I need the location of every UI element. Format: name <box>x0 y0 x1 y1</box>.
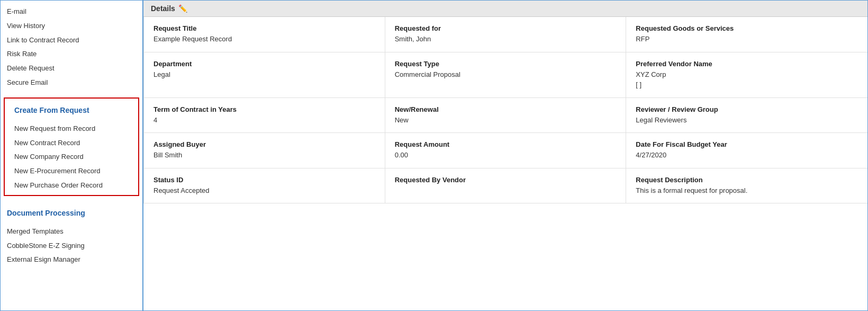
edit-icon[interactable]: ✏️ <box>178 4 187 13</box>
value-request-amount: 0.00 <box>395 150 617 161</box>
detail-cell-requested-by-vendor: Requested By Vendor <box>385 168 627 204</box>
value-department: Legal <box>153 69 375 80</box>
label-contract-term: Term of Contract in Years <box>153 105 375 113</box>
sidebar-item-new-eprocurement-record[interactable]: New E-Procurement Record <box>8 164 135 179</box>
label-requested-for: Requested for <box>395 24 617 32</box>
detail-cell-request-title: Request Title Example Request Record <box>144 17 385 52</box>
detail-cell-request-description: Request Description This is a formal req… <box>626 168 867 204</box>
document-processing-group: Document Processing Merged Templates Cob… <box>1 203 142 267</box>
value-status-id: Request Accepted <box>153 185 375 196</box>
value-goods-services: RFP <box>636 34 858 45</box>
label-requested-by-vendor: Requested By Vendor <box>395 176 617 184</box>
sidebar-item-delete-request[interactable]: Delete Request <box>1 61 142 76</box>
sidebar-divider-4 <box>1 219 142 225</box>
details-title: Details <box>151 4 175 13</box>
detail-cell-new-renewal: New/Renewal New <box>385 98 627 134</box>
detail-cell-status-id: Status ID Request Accepted <box>144 168 385 204</box>
create-from-request-group: Create From Request New Request from Rec… <box>4 97 139 196</box>
sidebar-item-new-company-record[interactable]: New Company Record <box>8 150 135 164</box>
sidebar-divider-3 <box>1 198 142 203</box>
label-new-renewal: New/Renewal <box>395 105 617 113</box>
detail-cell-fiscal-budget-date: Date For Fiscal Budget Year 4/27/2020 <box>626 133 867 168</box>
value-reviewer: Legal Reviewers <box>636 115 858 126</box>
sidebar-item-ez-signing[interactable]: CobbleStone E-Z Signing <box>1 239 142 253</box>
detail-cell-department: Department Legal <box>144 52 385 98</box>
label-goods-services: Requested Goods or Services <box>636 24 858 32</box>
sidebar-item-secure-email[interactable]: Secure Email <box>1 76 142 90</box>
value-fiscal-budget-date: 4/27/2020 <box>636 150 858 161</box>
details-grid: Request Title Example Request Record Req… <box>143 17 867 203</box>
sidebar-divider-1 <box>1 90 142 95</box>
sidebar-item-risk-rate[interactable]: Risk Rate <box>1 47 142 61</box>
label-fiscal-budget-date: Date For Fiscal Budget Year <box>636 140 858 148</box>
label-vendor-name: Preferred Vendor Name <box>636 60 858 68</box>
detail-cell-requested-for: Requested for Smith, John <box>385 17 627 52</box>
detail-cell-goods-services: Requested Goods or Services RFP <box>626 17 867 52</box>
label-request-description: Request Description <box>636 176 858 184</box>
label-department: Department <box>153 60 375 68</box>
main-panel: Details ✏️ Request Title Example Request… <box>143 1 867 310</box>
value-request-title: Example Request Record <box>153 34 375 45</box>
create-from-request-header: Create From Request <box>8 101 135 117</box>
value-requested-for: Smith, John <box>395 34 617 45</box>
sidebar-item-email[interactable]: E-mail <box>1 5 142 19</box>
sidebar-item-new-request-record[interactable]: New Request from Record <box>8 122 135 136</box>
label-request-amount: Request Amount <box>395 140 617 148</box>
sidebar: E-mail View History Link to Contract Rec… <box>1 1 143 310</box>
document-processing-header: Document Processing <box>1 203 142 219</box>
detail-cell-reviewer: Reviewer / Review Group Legal Reviewers <box>626 98 867 134</box>
sidebar-top-items: E-mail View History Link to Contract Rec… <box>1 5 142 90</box>
value-new-renewal: New <box>395 115 617 126</box>
value-request-type: Commercial Proposal <box>395 69 617 80</box>
detail-cell-contract-term: Term of Contract in Years 4 <box>144 98 385 134</box>
details-header: Details ✏️ <box>143 1 867 17</box>
label-request-type: Request Type <box>395 60 617 68</box>
label-request-title: Request Title <box>153 24 375 32</box>
sidebar-item-merged-templates[interactable]: Merged Templates <box>1 225 142 239</box>
sidebar-divider-2 <box>8 117 135 122</box>
detail-cell-request-type: Request Type Commercial Proposal <box>385 52 627 98</box>
sidebar-item-view-history[interactable]: View History <box>1 19 142 33</box>
sidebar-item-new-purchase-order-record[interactable]: New Purchase Order Record <box>8 179 135 193</box>
detail-cell-vendor-name: Preferred Vendor Name XYZ Corp [ ] <box>626 52 867 98</box>
app-layout: E-mail View History Link to Contract Rec… <box>0 0 868 311</box>
sidebar-item-new-contract-record[interactable]: New Contract Record <box>8 136 135 150</box>
label-assigned-buyer: Assigned Buyer <box>153 140 375 148</box>
detail-cell-assigned-buyer: Assigned Buyer Bill Smith <box>144 133 385 168</box>
label-reviewer: Reviewer / Review Group <box>636 105 858 113</box>
value-request-description: This is a formal request for proposal. <box>636 185 858 196</box>
value-vendor-name: XYZ Corp [ ] <box>636 69 858 90</box>
value-contract-term: 4 <box>153 115 375 126</box>
sidebar-item-external-esign[interactable]: External Esign Manager <box>1 253 142 267</box>
sidebar-item-link-contract[interactable]: Link to Contract Record <box>1 33 142 48</box>
value-assigned-buyer: Bill Smith <box>153 150 375 161</box>
detail-cell-request-amount: Request Amount 0.00 <box>385 133 627 168</box>
label-status-id: Status ID <box>153 176 375 184</box>
